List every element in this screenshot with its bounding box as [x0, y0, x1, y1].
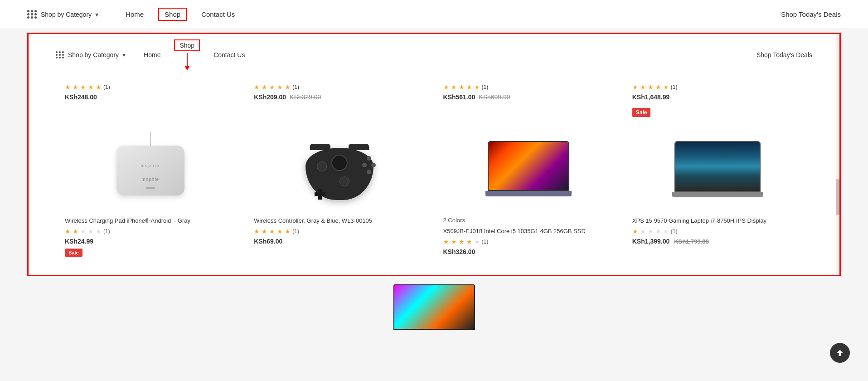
xps-name: XPS 15 9570 Gaming Laptop i7-8750H IPS D…: [632, 217, 803, 225]
price-row-3: KSh561.00 KSh699.99: [443, 93, 614, 101]
nav-shop[interactable]: Shop: [158, 8, 187, 21]
shop-by-category-btn[interactable]: Shop by Category ▾: [27, 10, 98, 19]
stars-1: ★ ★ ★ ★ ★ (1): [65, 83, 235, 91]
chevron-down-icon: ▾: [95, 11, 98, 18]
stars-4: ★ ★ ★ ★ ★ (1): [632, 83, 803, 91]
xps-old-price: KSh1,799.88: [674, 238, 709, 245]
charger-price: KSh24.99: [65, 238, 236, 245]
main-content: Shop by Category ▾ Home Shop Contact Us …: [27, 33, 841, 276]
inner-nav-home[interactable]: Home: [144, 51, 160, 59]
price-old-3: KSh699.99: [479, 93, 510, 101]
star-filled: ★: [65, 83, 71, 91]
price-1: KSh248.00: [65, 93, 97, 101]
controller-body: [305, 148, 373, 200]
charger-review-count: (1): [103, 228, 110, 234]
scrollbar-track[interactable]: [836, 34, 839, 275]
asus-base: [485, 191, 572, 196]
asus-name: X509JB-EJ018 Intel Core i5 1035G1 4GB 25…: [443, 227, 614, 235]
brand-text: mophie: [141, 163, 160, 168]
inner-grid-icon: [56, 51, 64, 59]
xps-stars: ★ ★ ★ ★ ★ (1): [632, 228, 803, 235]
star-filled: ★: [88, 83, 94, 91]
top-product-3: ★ ★ ★ ★ ★ (1) KSh561.00 KSh699.99: [434, 83, 623, 122]
price-2: KSh209.00: [254, 93, 286, 101]
port: [146, 187, 155, 189]
inner-nav-shop[interactable]: Shop: [174, 39, 200, 51]
products-main-row: mophie Wireless Charging Pad iPhone® And…: [29, 122, 839, 257]
scroll-to-top-button[interactable]: [830, 343, 850, 363]
header: Shop by Category ▾ Home Shop Contact Us …: [0, 0, 868, 29]
inner-shop-by-category-label: Shop by Category: [68, 51, 119, 59]
top-product-2: ★ ★ ★ ★ ★ (1) KSh209.00 KSh329.00: [245, 83, 434, 122]
controller-stars: ★ ★ ★ ★ ★ (1): [254, 228, 425, 235]
inner-shop-today[interactable]: Shop Today's Deals: [756, 51, 812, 59]
shop-by-category-label: Shop by Category: [41, 11, 92, 18]
xps-review-count: (1): [671, 228, 678, 234]
controller-name: Wireless Controller, Gray & Blue, WL3-00…: [254, 217, 425, 225]
shop-today-deals[interactable]: Shop Today's Deals: [781, 10, 841, 18]
product-card-controller[interactable]: Wireless Controller, Gray & Blue, WL3-00…: [245, 130, 434, 257]
asus-image: [483, 130, 574, 211]
charger-sale-badge: Sale: [65, 249, 82, 257]
asus-review-count: (1): [482, 239, 489, 245]
price-3: KSh561.00: [443, 93, 475, 101]
xps-screen: [674, 141, 761, 192]
star-filled: ★: [96, 83, 102, 91]
bottom-partial-product: [27, 280, 841, 334]
product-card-asus[interactable]: 2 Colors X509JB-EJ018 Intel Core i5 1035…: [434, 130, 623, 257]
xps-image: [672, 130, 763, 211]
controller-center: [331, 155, 348, 171]
xps-laptop-shape: [674, 141, 761, 200]
asus-laptop-shape: [488, 141, 569, 200]
price-row-4: KSh1,648.99: [632, 93, 803, 101]
controller-price: KSh69.00: [254, 238, 425, 245]
scrollbar-thumb[interactable]: [836, 179, 839, 215]
inner-nav: Shop by Category ▾ Home Shop Contact Us …: [29, 34, 839, 76]
price-4: KSh1,648.99: [632, 93, 670, 101]
price-row-1: KSh248.00: [65, 93, 235, 101]
inner-chevron-icon: ▾: [122, 51, 126, 59]
right-bumper: [349, 144, 369, 150]
products-top-row: ★ ★ ★ ★ ★ (1) KSh248.00 ★ ★ ★ ★ ★ (1) K: [29, 76, 839, 122]
top-product-4: ★ ★ ★ ★ ★ (1) KSh1,648.99 Sale: [623, 83, 812, 122]
price-row-2: KSh209.00 KSh329.00: [254, 93, 424, 101]
asus-stars: ★ ★ ★ ★ ★ (1): [443, 238, 614, 245]
grid-icon: [27, 10, 37, 19]
two-colors-label: 2 Colors: [443, 217, 465, 224]
charger-name: Wireless Charging Pad iPhone® Android – …: [65, 217, 236, 225]
inner-shop-by-category[interactable]: Shop by Category ▾: [56, 51, 126, 59]
product-card-xps[interactable]: XPS 15 9570 Gaming Laptop i7-8750H IPS D…: [623, 130, 812, 257]
star-filled: ★: [80, 83, 86, 91]
review-count: (1): [103, 84, 110, 90]
controller-image: [294, 130, 385, 211]
shop-arrow-indicator: [184, 53, 190, 70]
top-product-1: ★ ★ ★ ★ ★ (1) KSh248.00: [56, 83, 245, 122]
inner-nav-links: Home Shop Contact Us: [144, 39, 245, 70]
nav-home[interactable]: Home: [126, 10, 144, 18]
controller-review-count: (1): [292, 228, 299, 234]
charger-image: mophie: [105, 130, 196, 211]
star-filled: ★: [73, 83, 78, 91]
product-card-charger[interactable]: mophie Wireless Charging Pad iPhone® And…: [56, 130, 245, 257]
stars-2: ★ ★ ★ ★ ★ (1): [254, 83, 424, 91]
sale-badge-top: Sale: [632, 108, 651, 117]
partial-laptop-screen: [393, 284, 475, 330]
stars-3: ★ ★ ★ ★ ★ (1): [443, 83, 614, 91]
xps-price: KSh1,399.00 KSh1,799.88: [632, 238, 803, 245]
price-old-2: KSh329.00: [290, 93, 321, 101]
charger-pad: mophie: [116, 146, 184, 195]
right-stick: [339, 176, 349, 186]
xps-base: [672, 192, 763, 197]
nav-links: Home Shop Contact Us: [126, 8, 235, 21]
left-bumper: [310, 144, 330, 150]
inner-nav-contact[interactable]: Contact Us: [213, 51, 245, 59]
nav-contact[interactable]: Contact Us: [201, 10, 235, 18]
left-stick: [317, 161, 327, 171]
asus-screen: [488, 141, 569, 191]
asus-price: KSh326.00: [443, 248, 614, 255]
arrow-up-icon: [835, 348, 844, 357]
charger-stars: ★ ★ ★ ★ ★ (1): [65, 228, 236, 235]
